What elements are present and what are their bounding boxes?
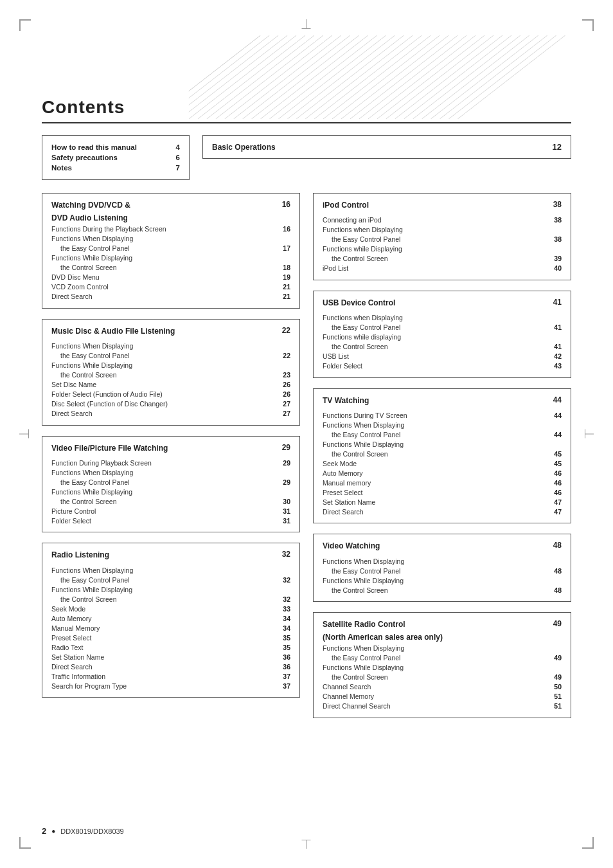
center-mark-bottom <box>306 840 307 849</box>
item-label: Folder Select <box>323 361 544 371</box>
item-label: the Easy Control Panel <box>51 477 272 487</box>
item-label: Functions when Displaying <box>323 313 544 323</box>
table-row: Functions When Displaying <box>51 467 290 477</box>
item-page: 35 <box>272 633 290 642</box>
table-row: Traffic Information37 <box>51 671 290 681</box>
table-row: Functions When Displaying <box>51 234 290 244</box>
section-table-dvd: Functions During the Playback Screen16Fu… <box>51 224 290 302</box>
section-page-tv: 44 <box>553 395 562 404</box>
table-row: Functions When Displaying <box>323 556 562 566</box>
intro-item-page: 7 <box>164 163 180 173</box>
intro-row: How to read this manual 4 <box>51 142 180 152</box>
table-row: the Control Screen41 <box>323 342 562 352</box>
table-row: Direct Search21 <box>51 292 290 302</box>
item-label: Disc Select (Function of Disc Changer) <box>51 399 272 409</box>
item-page: 46 <box>544 468 562 478</box>
section-title-usb: USB Device Control <box>323 298 395 309</box>
item-label: the Control Screen <box>323 342 544 352</box>
section-title-video-file: Video File/Picture File Watching <box>51 443 168 454</box>
corner-mark-tl <box>19 19 31 31</box>
table-row: Radio Text35 <box>51 642 290 652</box>
table-row: Manual memory46 <box>323 478 562 487</box>
table-row: Auto Memory34 <box>51 613 290 623</box>
item-page: 30 <box>272 496 290 506</box>
item-page <box>272 565 290 575</box>
table-row: Folder Select (Function of Audio File)26 <box>51 390 290 399</box>
section-table-video-file: Function During Playback Screen29Functio… <box>51 458 290 525</box>
item-label: the Control Screen <box>323 673 544 682</box>
item-page: 19 <box>272 273 290 282</box>
item-page: 29 <box>272 477 290 487</box>
table-row: Picture Control31 <box>51 506 290 516</box>
footer-model: DDX8019/DDX8039 <box>60 827 123 835</box>
section-title-ipod: iPod Control <box>323 200 369 211</box>
item-page: 27 <box>272 409 290 419</box>
item-label: Functions When Displaying <box>51 467 272 477</box>
section-box-tv: TV Watching44Functions During TV Screen4… <box>313 388 571 524</box>
basic-ops-label: Basic Operations <box>212 143 276 152</box>
item-label: DVD Disc Menu <box>51 273 272 282</box>
table-row: Set Station Name47 <box>323 497 562 507</box>
table-row: Functions When Displaying <box>51 341 290 351</box>
section-box-dvd: Watching DVD/VCD &DVD Audio Listening16F… <box>42 193 300 309</box>
content-column: iPod Control38Connecting an iPod38Functi… <box>313 193 571 728</box>
table-row: the Control Screen48 <box>323 585 562 595</box>
table-row: the Easy Control Panel32 <box>51 575 290 584</box>
intro-table: How to read this manual 4 Safety precaut… <box>51 142 180 173</box>
item-label: Functions During the Playback Screen <box>51 224 272 234</box>
item-label: Functions While Displaying <box>51 487 272 496</box>
section-box-ipod: iPod Control38Connecting an iPod38Functi… <box>313 193 571 280</box>
item-page: 38 <box>544 215 562 225</box>
item-page: 48 <box>544 566 562 575</box>
item-label: Functions while Displaying <box>323 244 544 254</box>
table-row: Functions While Displaying <box>323 575 562 585</box>
item-label: Connecting an iPod <box>323 215 544 225</box>
item-label: Radio Text <box>51 642 272 652</box>
item-page <box>272 467 290 477</box>
table-row: Seek Mode45 <box>323 458 562 468</box>
item-label: Picture Control <box>51 506 272 516</box>
item-label: the Control Screen <box>323 254 544 264</box>
item-page: 42 <box>544 352 562 361</box>
item-label: Folder Select (Function of Audio File) <box>51 390 272 399</box>
item-page: 51 <box>544 692 562 701</box>
table-row: the Easy Control Panel49 <box>323 653 562 663</box>
table-row: Functions while Displaying <box>323 244 562 254</box>
item-page: 44 <box>544 429 562 439</box>
table-row: Functions While Displaying <box>51 487 290 496</box>
item-page <box>544 575 562 585</box>
table-row: Set Station Name36 <box>51 652 290 662</box>
table-row: Folder Select43 <box>323 361 562 371</box>
table-row: the Easy Control Panel29 <box>51 477 290 487</box>
center-mark-top <box>306 19 307 28</box>
item-page: 18 <box>272 263 290 273</box>
section-table-video-watching: Functions When Displayingthe Easy Contro… <box>323 556 562 595</box>
table-row: the Control Screen23 <box>51 370 290 380</box>
page-title: Contents <box>42 98 125 119</box>
item-page <box>544 225 562 235</box>
item-page <box>544 439 562 449</box>
section-box-video-file: Video File/Picture File Watching29Functi… <box>42 436 300 533</box>
basic-ops-box: Basic Operations 12 <box>202 135 571 159</box>
intro-row: Safety precautions 6 <box>51 152 180 163</box>
table-row: Functions while displaying <box>323 332 562 342</box>
table-row: Channel Memory51 <box>323 692 562 701</box>
item-page: 33 <box>272 604 290 613</box>
item-page <box>544 313 562 323</box>
item-label: Auto Memory <box>51 613 272 623</box>
item-page: 26 <box>272 390 290 399</box>
item-label: Manual Memory <box>51 623 272 633</box>
item-label: Functions While Displaying <box>323 663 544 673</box>
item-label: Functions while displaying <box>323 332 544 342</box>
intro-item-label: Safety precautions <box>51 152 164 163</box>
item-page: 31 <box>272 506 290 516</box>
section-page-ipod: 38 <box>553 200 562 209</box>
item-page <box>544 420 562 429</box>
item-label: Seek Mode <box>323 458 544 468</box>
item-label: the Control Screen <box>51 263 272 273</box>
item-label: Set Station Name <box>51 652 272 662</box>
item-label: Functions When Displaying <box>323 556 544 566</box>
item-label: the Easy Control Panel <box>323 323 544 332</box>
section-page-radio: 32 <box>282 550 290 559</box>
section-box-music: Music Disc & Audio File Listening22Funct… <box>42 319 300 426</box>
